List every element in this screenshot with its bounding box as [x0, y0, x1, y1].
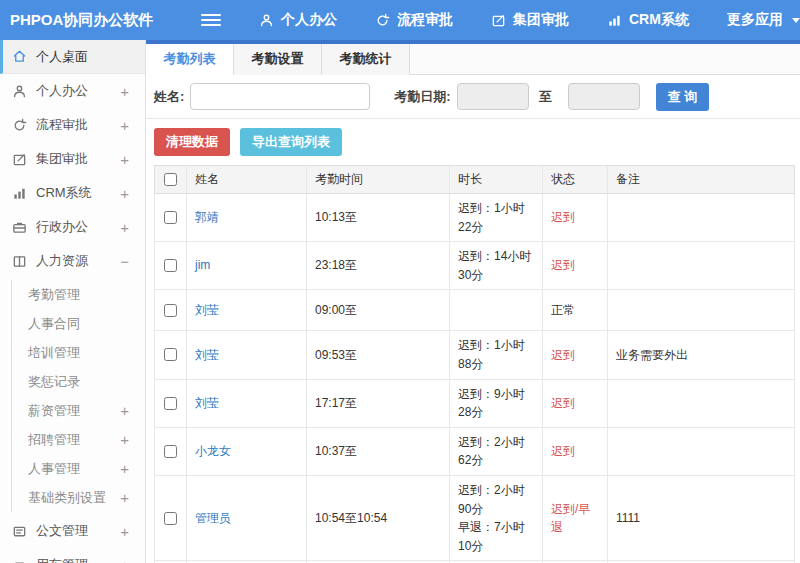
hamburger-menu-icon[interactable] [201, 11, 221, 29]
person-icon [259, 13, 274, 28]
column-header-note: 备注 [608, 166, 794, 193]
row-checkbox[interactable] [164, 512, 177, 525]
topnav-more-apps[interactable]: 更多应用 [727, 11, 800, 29]
tab-attendance-settings[interactable]: 考勤设置 [234, 44, 322, 75]
employee-name-link[interactable]: jim [195, 256, 298, 275]
topnav-personal-office[interactable]: 个人办公 [259, 11, 337, 29]
sidebar-item-label: 行政办公 [36, 218, 88, 236]
submenu-item-training-management[interactable]: 培训管理 [12, 338, 145, 367]
search-button[interactable]: 查 询 [656, 83, 710, 111]
time-cell: 10:13至 [307, 194, 450, 241]
expand-indicator: + [120, 402, 129, 419]
note-cell: 业务需要外出 [608, 331, 794, 378]
table-header: 姓名 考勤时间 时长 状态 备注 [154, 165, 795, 194]
status-badge: 正常 [551, 301, 599, 320]
time-cell: 10:54至10:54 [307, 476, 450, 560]
sidebar-item-personal-desktop[interactable]: 个人桌面 [0, 40, 145, 74]
sidebar-item-document-management[interactable]: 公文管理 + [0, 514, 145, 548]
topnav-label: CRM系统 [629, 11, 689, 29]
sidebar-item-label: 人力资源 [36, 252, 88, 270]
top-header: PHPOA协同办公软件 个人办公 流程审批 集团审批 CRM系统 更多应用 [0, 0, 800, 40]
employee-name-link[interactable]: 郭靖 [195, 208, 298, 227]
collapse-indicator: − [120, 253, 129, 270]
submenu-item-salary-management[interactable]: 薪资管理 + [12, 396, 145, 425]
employee-name-link[interactable]: 刘莹 [195, 346, 298, 365]
sidebar-item-vehicle-management[interactable]: 用车管理 + [0, 548, 145, 563]
submenu-item-recruit-management[interactable]: 招聘管理 + [12, 425, 145, 454]
row-checkbox[interactable] [164, 211, 177, 224]
sidebar-item-crm-system[interactable]: CRM系统 + [0, 176, 145, 210]
tab-attendance-list[interactable]: 考勤列表 [146, 44, 234, 75]
duration-line1: 迟到：9小时28分 [458, 385, 534, 422]
status-cell: 迟到 [543, 331, 608, 378]
employee-name-link[interactable]: 小龙女 [195, 442, 298, 461]
checkbox-cell [155, 428, 187, 475]
sidebar-item-human-resources[interactable]: 人力资源 − [0, 244, 145, 278]
topnav-workflow-approval[interactable]: 流程审批 [375, 11, 453, 29]
sidebar-item-label: 用车管理 [36, 556, 88, 563]
checkbox-cell [155, 242, 187, 289]
table-row: 刘莹 17:17至 迟到：9小时28分 迟到 [154, 380, 795, 428]
table-row: 刘莹 09:00至 正常 [154, 290, 795, 331]
submenu-item-personnel-management[interactable]: 人事管理 + [12, 454, 145, 483]
submenu-item-label: 人事合同 [28, 315, 80, 333]
row-checkbox[interactable] [164, 397, 177, 410]
submenu-item-label: 考勤管理 [28, 286, 80, 304]
topnav-group-approval[interactable]: 集团审批 [491, 11, 569, 29]
submenu-item-label: 人事管理 [28, 460, 80, 478]
clean-data-button[interactable]: 清理数据 [154, 128, 230, 156]
employee-name-link[interactable]: 刘莹 [195, 301, 298, 320]
status-cell: 迟到 [543, 428, 608, 475]
submenu-item-label: 培训管理 [28, 344, 80, 362]
duration-cell [450, 290, 543, 330]
submenu-item-attendance-management[interactable]: 考勤管理 [12, 280, 145, 309]
duration-cell: 迟到：1小时22分 [450, 194, 543, 241]
name-input[interactable] [190, 83, 370, 110]
submenu-item-base-category-settings[interactable]: 基础类别设置 + [12, 483, 145, 512]
name-cell: 刘莹 [187, 380, 307, 427]
duration-line1: 迟到：2小时62分 [458, 433, 534, 470]
person-icon [12, 84, 27, 99]
status-cell: 迟到 [543, 242, 608, 289]
home-icon [12, 49, 27, 64]
employee-name-link[interactable]: 管理员 [195, 509, 298, 528]
status-badge: 迟到/早退 [551, 500, 599, 537]
topnav-label: 个人办公 [281, 11, 337, 29]
row-checkbox[interactable] [164, 445, 177, 458]
sidebar-item-personal-office[interactable]: 个人办公 + [0, 74, 145, 108]
submenu-item-label: 招聘管理 [28, 431, 80, 449]
submenu-item-hr-contract[interactable]: 人事合同 [12, 309, 145, 338]
select-all-checkbox[interactable] [164, 173, 177, 186]
time-cell: 17:17至 [307, 380, 450, 427]
hr-book-icon [12, 254, 27, 269]
row-checkbox[interactable] [164, 259, 177, 272]
status-cell: 迟到/早退 [543, 476, 608, 560]
briefcase-icon [12, 220, 27, 235]
row-checkbox[interactable] [164, 304, 177, 317]
employee-name-link[interactable]: 刘莹 [195, 394, 298, 413]
flow-icon [12, 118, 27, 133]
date-from-input[interactable] [457, 83, 529, 110]
column-header-duration: 时长 [450, 166, 543, 193]
submenu-item-reward-punishment[interactable]: 奖惩记录 [12, 367, 145, 396]
topnav-crm-system[interactable]: CRM系统 [607, 11, 689, 29]
table-row: jim 23:18至 迟到：14小时30分 迟到 [154, 242, 795, 290]
sidebar-item-label: 集团审批 [36, 150, 88, 168]
row-checkbox[interactable] [164, 348, 177, 361]
sidebar-item-label: 个人桌面 [36, 48, 88, 66]
expand-indicator: + [120, 431, 129, 448]
checkbox-cell [155, 380, 187, 427]
table-row: 刘莹 09:53至 迟到：1小时88分 迟到 业务需要外出 [154, 331, 795, 379]
sidebar-item-group-approval[interactable]: 集团审批 + [0, 142, 145, 176]
note-cell: 1111 [608, 476, 794, 560]
sidebar-item-admin-office[interactable]: 行政办公 + [0, 210, 145, 244]
note-cell [608, 428, 794, 475]
duration-cell: 迟到：1小时88分 [450, 331, 543, 378]
export-list-button[interactable]: 导出查询列表 [240, 128, 342, 156]
date-to-input[interactable] [568, 83, 640, 110]
sidebar-item-workflow-approval[interactable]: 流程审批 + [0, 108, 145, 142]
table-row: 郭靖 10:13至 迟到：1小时22分 迟到 [154, 194, 795, 242]
name-cell: 郭靖 [187, 194, 307, 241]
tab-attendance-stats[interactable]: 考勤统计 [322, 44, 410, 75]
expand-indicator: + [120, 489, 129, 506]
